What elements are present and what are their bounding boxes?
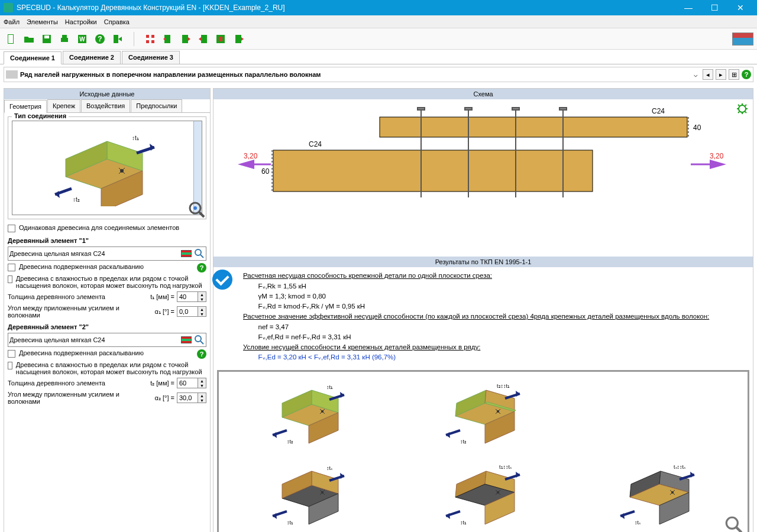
- elem1-splitting-checkbox[interactable]: [8, 264, 15, 271]
- elem1-wood-select[interactable]: Древесина цельная мягкая C24: [8, 246, 206, 261]
- svg-text:↕t₂: ↕t₂: [287, 439, 293, 445]
- res-line1: Расчетная несущая способность крепежной …: [243, 272, 492, 279]
- svg-text:?: ?: [98, 35, 102, 43]
- svg-rect-63: [559, 108, 567, 110]
- svg-line-47: [745, 105, 746, 106]
- svg-marker-89: [516, 391, 520, 397]
- svg-rect-4: [61, 38, 68, 42]
- svg-text:↕tₛ: ↕tₛ: [635, 520, 640, 525]
- elem2-angle-label: Угол между приложенным усилием и волокна…: [8, 391, 141, 405]
- results-body: Расчетная несущая способность крепежной …: [213, 267, 753, 366]
- t2-input[interactable]: 60▲▼: [177, 378, 206, 388]
- svg-text:↕t₂: ↕t₂: [460, 439, 467, 445]
- menu-settings[interactable]: Настройки: [65, 18, 97, 25]
- svg-line-46: [738, 112, 739, 113]
- svg-line-45: [745, 112, 746, 113]
- svg-text:t₂↕↕t₁: t₂↕↕t₁: [497, 383, 510, 389]
- elem1-moisture-checkbox[interactable]: [8, 275, 12, 283]
- svg-rect-1: [8, 35, 13, 43]
- subtab-geometry[interactable]: Геометрия: [4, 100, 47, 113]
- open-button[interactable]: [21, 31, 37, 47]
- svg-point-39: [739, 105, 746, 112]
- elem2-moisture-checkbox[interactable]: [8, 362, 12, 369]
- svg-rect-16: [182, 35, 188, 43]
- subtab-loads[interactable]: Воздействия: [81, 99, 130, 112]
- svg-rect-13: [146, 40, 149, 43]
- svg-rect-17: [201, 35, 207, 43]
- input-subtabs: Геометрия Крепеж Воздействия Предпосылки: [4, 99, 210, 113]
- menu-help[interactable]: Справка: [104, 18, 130, 25]
- input-header: Исходные данные: [4, 89, 210, 99]
- tool-red-5[interactable]: [231, 31, 247, 47]
- svg-marker-122: [690, 472, 694, 478]
- type-gallery[interactable]: ↕t₁↕t₂ t₂↕↕t₁↕t₂ ↕tₛ↕t₁ t₁↕↕tₛ↕t₁ tₛ↕↕tₛ…: [217, 370, 749, 532]
- a2-input[interactable]: 30,0▲▼: [177, 392, 206, 403]
- flag-icon: [181, 336, 192, 343]
- same-wood-checkbox[interactable]: [8, 225, 15, 232]
- grid-button[interactable]: [143, 31, 158, 47]
- help-icon[interactable]: ?: [197, 349, 206, 359]
- elem2-splitting-checkbox[interactable]: [8, 350, 15, 358]
- menubar: Файл Элементы Настройки Справка: [0, 15, 757, 28]
- conn-type-label: Тип соединения: [12, 113, 69, 119]
- tool-red-3[interactable]: [196, 31, 211, 47]
- elem1-title: Деревянный элемент "1": [8, 237, 206, 244]
- settings-gear-icon[interactable]: [736, 103, 748, 115]
- connection-type-combo[interactable]: Ряд нагелей нагруженных в поперечном нап…: [4, 67, 753, 82]
- tool-red-4[interactable]: [213, 31, 229, 47]
- exit-button[interactable]: [110, 31, 125, 47]
- svg-rect-11: [146, 35, 149, 38]
- svg-line-33: [199, 212, 204, 217]
- zoom-icon[interactable]: [187, 200, 206, 219]
- combo-prev-button[interactable]: ◂: [703, 69, 713, 80]
- tool-red-2[interactable]: [178, 31, 193, 47]
- tool-red-1[interactable]: [160, 31, 176, 47]
- help-button[interactable]: ?: [92, 31, 108, 47]
- lookup-icon[interactable]: [194, 335, 205, 345]
- subtab-assumptions[interactable]: Предпосылки: [131, 99, 182, 112]
- svg-text:↕t₁: ↕t₁: [460, 520, 467, 525]
- svg-line-44: [738, 105, 739, 106]
- same-wood-label: Одинаковая древесина для соединяемых эле…: [19, 224, 179, 231]
- export-word-button[interactable]: W: [75, 31, 90, 47]
- minimize-button[interactable]: —: [675, 0, 701, 15]
- maximize-button[interactable]: ☐: [701, 0, 727, 15]
- conn-type-thumbnail[interactable]: ↕t₁ ↕t₂: [12, 121, 202, 215]
- t1-input[interactable]: 40▲▼: [177, 291, 206, 302]
- close-button[interactable]: ✕: [727, 0, 753, 15]
- svg-text:C24: C24: [652, 107, 665, 115]
- help-icon[interactable]: ?: [197, 263, 206, 273]
- lookup-icon[interactable]: [194, 248, 205, 259]
- combo-calc-button[interactable]: ⊞: [729, 69, 739, 80]
- svg-line-38: [200, 341, 203, 344]
- menu-elements[interactable]: Элементы: [27, 18, 58, 25]
- app-icon: [4, 3, 13, 12]
- elem1-splitting-label: Древесина подверженная раскалыванию: [19, 263, 193, 270]
- combo-help-icon[interactable]: ?: [742, 70, 751, 79]
- tab-connection-1[interactable]: Соединение 1: [4, 51, 62, 64]
- subtab-fasteners[interactable]: Крепеж: [47, 99, 80, 112]
- schema-header: Схема: [213, 89, 753, 99]
- elem1-thick-label: Толщина деревянного элемента: [8, 293, 141, 300]
- a1-input[interactable]: 0,0▲▼: [177, 306, 206, 317]
- svg-marker-123: [620, 513, 625, 519]
- svg-text:C24: C24: [309, 140, 322, 148]
- tab-connection-2[interactable]: Соединение 2: [63, 51, 121, 64]
- combo-next-button[interactable]: ▸: [716, 69, 726, 80]
- svg-text:3,20: 3,20: [244, 152, 258, 160]
- elem1-angle-label: Угол между приложенным усилием и волокна…: [8, 304, 141, 319]
- combo-dropdown-icon[interactable]: ⌵: [691, 71, 700, 79]
- elem2-title: Деревянный элемент "2": [8, 323, 206, 330]
- elem2-moisture-label: Древесина с влажностью в пределах или ря…: [16, 361, 206, 375]
- print-button[interactable]: [57, 31, 72, 47]
- svg-text:t₁↕↕tₛ: t₁↕↕tₛ: [499, 464, 512, 470]
- tab-connection-3[interactable]: Соединение 3: [122, 51, 180, 64]
- new-button[interactable]: [4, 31, 19, 47]
- gallery-zoom-icon[interactable]: [724, 515, 744, 532]
- elem2-wood-select[interactable]: Древесина цельная мягкая C24: [8, 333, 206, 347]
- svg-marker-90: [446, 432, 450, 438]
- menu-file[interactable]: Файл: [4, 18, 20, 25]
- schema-view: C24 40 C24 60 3,20 3,20: [213, 99, 753, 257]
- save-button[interactable]: [39, 31, 54, 47]
- elem2-thick-label: Толщина деревянного элемента: [8, 379, 141, 387]
